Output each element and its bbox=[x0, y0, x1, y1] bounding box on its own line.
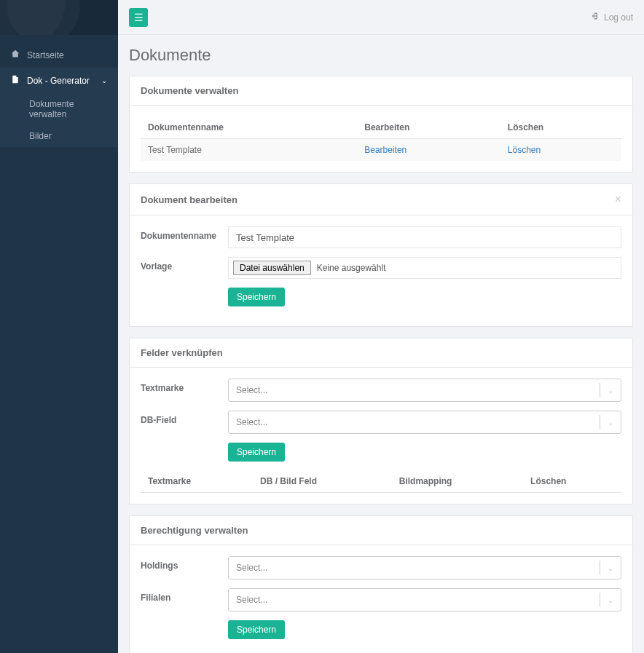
label-docname: Dokumentenname bbox=[141, 226, 228, 241]
delete-link[interactable]: Löschen bbox=[508, 145, 541, 155]
panel-title: Felder verknüpfen bbox=[141, 347, 223, 358]
sidebar-item-dokgen[interactable]: Dok - Generator ⌄ bbox=[0, 68, 118, 93]
panel-title: Berechtigung verwalten bbox=[141, 525, 248, 536]
label-filialen: Filialen bbox=[141, 588, 228, 603]
chevron-down-icon: ⌄ bbox=[101, 76, 107, 84]
sidebar-sub-images[interactable]: Bilder bbox=[0, 125, 118, 147]
logout-icon bbox=[591, 12, 600, 23]
file-none-label: Keine ausgewählt bbox=[317, 263, 386, 273]
col-delete: Löschen bbox=[523, 470, 621, 493]
label-dbfield: DB-Field bbox=[141, 411, 228, 425]
chevron-down-icon: ⌄ bbox=[608, 387, 613, 395]
close-icon[interactable]: × bbox=[615, 193, 621, 206]
save-button[interactable]: Speichern bbox=[228, 620, 285, 639]
filialen-select[interactable]: Select... ⌄ bbox=[228, 588, 621, 612]
panel-perm: Berechtigung verwalten Holdings Select..… bbox=[129, 515, 633, 653]
home-icon bbox=[11, 50, 20, 60]
sidebar-sub-docs[interactable]: Dokumente verwalten bbox=[0, 93, 118, 125]
dbfield-select[interactable]: Select... ⌄ bbox=[228, 411, 621, 434]
cell-name: Test Template bbox=[141, 139, 357, 162]
col-textmarke: Textmarke bbox=[141, 470, 253, 493]
select-placeholder: Select... bbox=[236, 595, 267, 605]
textmarke-select[interactable]: Select... ⌄ bbox=[228, 379, 621, 402]
panel-head: Berechtigung verwalten bbox=[130, 516, 632, 545]
col-dbbild: DB / Bild Feld bbox=[253, 470, 392, 493]
col-name: Dokumentenname bbox=[141, 116, 357, 139]
panel-edit: Dokument bearbeiten × Dokumentenname Vor… bbox=[129, 183, 633, 327]
panel-title: Dokument bearbeiten bbox=[141, 194, 237, 205]
sidebar: Startseite Dok - Generator ⌄ Dokumente v… bbox=[0, 0, 118, 653]
page-title: Dokumente bbox=[129, 46, 633, 65]
file-choose-button[interactable]: Datei auswählen bbox=[233, 261, 311, 275]
col-bildmapping: Bildmapping bbox=[392, 470, 523, 493]
chevron-down-icon: ⌄ bbox=[608, 419, 613, 427]
sidebar-item-label: Startseite bbox=[27, 50, 64, 60]
label-holdings: Holdings bbox=[141, 556, 228, 571]
select-placeholder: Select... bbox=[236, 417, 267, 427]
main: ☰ Log out Dokumente Dokumente verwalten bbox=[118, 0, 644, 653]
edit-link[interactable]: Bearbeiten bbox=[364, 145, 407, 155]
sidebar-item-label: Dok - Generator bbox=[27, 76, 90, 86]
side-nav: Startseite Dok - Generator ⌄ Dokumente v… bbox=[0, 35, 118, 154]
label-textmarke: Textmarke bbox=[141, 379, 228, 393]
file-input-wrap: Datei auswählen Keine ausgewählt bbox=[228, 257, 621, 279]
panel-head: Felder verknüpfen bbox=[130, 339, 632, 368]
chevron-down-icon: ⌄ bbox=[608, 596, 613, 604]
label-template: Vorlage bbox=[141, 257, 228, 272]
panel-head: Dokument bearbeiten × bbox=[130, 184, 632, 215]
panel-head: Dokumente verwalten bbox=[130, 76, 632, 106]
docname-input[interactable] bbox=[228, 226, 621, 248]
hamburger-icon: ☰ bbox=[134, 12, 144, 23]
sidebar-item-home[interactable]: Startseite bbox=[0, 42, 118, 68]
save-button[interactable]: Speichern bbox=[228, 288, 285, 306]
select-placeholder: Select... bbox=[236, 385, 267, 395]
col-edit: Bearbeiten bbox=[357, 116, 500, 139]
save-button[interactable]: Speichern bbox=[228, 443, 285, 462]
link-table: Textmarke DB / Bild Feld Bildmapping Lös… bbox=[141, 470, 621, 493]
table-row: Test Template Bearbeiten Löschen bbox=[141, 139, 621, 162]
panel-title: Dokumente verwalten bbox=[141, 85, 238, 96]
sidebar-logo bbox=[0, 0, 118, 35]
col-delete: Löschen bbox=[500, 116, 621, 139]
document-icon bbox=[11, 75, 20, 86]
content: Dokumente Dokumente verwalten Dokumenten… bbox=[118, 35, 644, 653]
sidebar-submenu: Dokumente verwalten Bilder bbox=[0, 93, 118, 147]
topbar: ☰ Log out bbox=[118, 0, 644, 35]
logout-label: Log out bbox=[604, 12, 633, 23]
docs-table: Dokumentenname Bearbeiten Löschen Test T… bbox=[141, 116, 621, 161]
menu-toggle-button[interactable]: ☰ bbox=[129, 8, 148, 27]
logout-link[interactable]: Log out bbox=[591, 12, 633, 23]
holdings-select[interactable]: Select... ⌄ bbox=[228, 556, 621, 579]
panel-docs: Dokumente verwalten Dokumentenname Bearb… bbox=[129, 76, 633, 173]
chevron-down-icon: ⌄ bbox=[608, 564, 613, 572]
panel-link: Felder verknüpfen Textmarke Select... ⌄ bbox=[129, 338, 633, 504]
select-placeholder: Select... bbox=[236, 563, 267, 573]
